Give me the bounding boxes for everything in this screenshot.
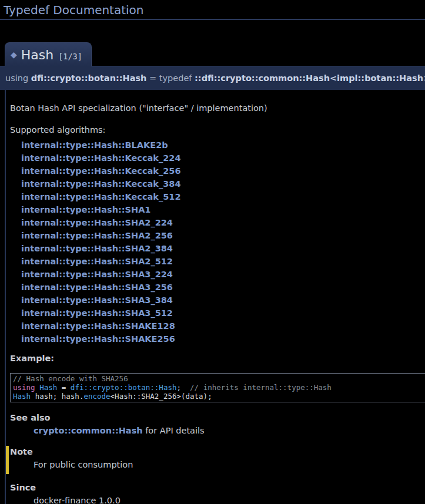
code-inline-comment: // inherits internal::type::Hash [190,383,332,392]
algorithm-link-sha1[interactable]: internal::type::Hash::SHA1 [21,203,425,216]
see-also-link[interactable]: crypto::common::Hash [34,426,143,435]
algorithm-link-keccak-384[interactable]: internal::type::Hash::Keccak_384 [21,177,425,190]
code-comment: // Hash encode with SHA256 [13,374,128,383]
see-also-heading: See also [10,413,425,422]
algorithm-link-sha3-256[interactable]: internal::type::Hash::SHA3_256 [21,281,425,294]
code-link-hash-alias[interactable]: Hash [39,383,57,392]
proto-typedef-definition: ::dfi::crypto::common::Hash<impl::botan:… [195,73,423,83]
algorithm-link-blake2b[interactable]: internal::type::Hash::BLAKE2b [21,139,425,152]
algorithm-link-sha2-512[interactable]: internal::type::Hash::SHA2_512 [21,255,425,268]
code-link-hash-type[interactable]: Hash [13,392,31,401]
note-section: Note For public consumption [6,446,425,474]
proto-using-keyword: using [5,73,31,83]
permalink-anchor-icon[interactable]: ◆ [11,50,17,59]
code-hash-decl: hash; hash. [31,392,83,401]
code-semicolon: ; [176,383,190,392]
typedef-member-hash: ◆Hash[1/3] using dfi::crypto::botan::Has… [0,20,425,504]
code-link-encode[interactable]: encode [83,392,110,401]
since-section: Since docker-finance 1.0.0 [10,483,425,504]
code-line-2: using Hash = dfi::crypto::botan::Hash; /… [13,383,425,392]
algorithm-link-keccak-224[interactable]: internal::type::Hash::Keccak_224 [21,152,425,164]
algorithm-link-sha2-256[interactable]: internal::type::Hash::SHA2_256 [21,229,425,242]
see-also-section: See also crypto::common::Hash for API de… [10,413,425,435]
code-equals: = [57,383,71,392]
algorithm-link-sha2-224[interactable]: internal::type::Hash::SHA2_224 [21,216,425,229]
algorithm-link-keccak-256[interactable]: internal::type::Hash::Keccak_256 [21,164,425,177]
proto-typedef-name: dfi::crypto::botan::Hash [31,73,147,83]
code-encode-args: <Hash::SHA2_256>(data); [111,392,212,401]
member-documentation: Botan Hash API specialization ("interfac… [5,90,425,504]
code-line-1: // Hash encode with SHA256 [13,374,425,383]
member-description: Botan Hash API specialization ("interfac… [10,103,425,113]
code-example-block: // Hash encode with SHA256 using Hash = … [10,373,425,402]
algorithm-link-sha3-384[interactable]: internal::type::Hash::SHA3_384 [21,294,425,307]
code-link-botan-hash[interactable]: dfi::crypto::botan::Hash [71,383,177,392]
note-heading: Note [10,447,425,456]
code-using-keyword: using [13,383,35,392]
since-text: docker-finance 1.0.0 [34,496,425,504]
example-heading: Example: [10,354,425,363]
code-line-3: Hash hash; hash.encode<Hash::SHA2_256>(d… [13,392,425,401]
member-tab: ◆Hash[1/3] [5,42,92,66]
algorithm-link-shake128[interactable]: internal::type::Hash::SHAKE128 [21,320,425,332]
algorithm-link-keccak-512[interactable]: internal::type::Hash::Keccak_512 [21,190,425,203]
algorithm-link-shake256[interactable]: internal::type::Hash::SHAKE256 [21,332,425,345]
algorithm-link-sha3-224[interactable]: internal::type::Hash::SHA3_224 [21,268,425,281]
page-title: Typedef Documentation [0,0,425,20]
algorithm-link-sha3-512[interactable]: internal::type::Hash::SHA3_512 [21,307,425,320]
member-name: Hash [21,48,53,62]
see-also-text: for API details [143,426,205,435]
since-heading: Since [10,483,425,492]
proto-equals-typedef: = typedef [146,73,195,83]
member-overload-badge: [1/3] [58,52,82,61]
supported-algorithms-heading: Supported algorithms: [10,125,425,135]
algorithm-link-sha2-384[interactable]: internal::type::Hash::SHA2_384 [21,242,425,255]
algorithm-list: internal::type::Hash::BLAKE2b internal::… [21,139,425,345]
member-prototype: using dfi::crypto::botan::Hash = typedef… [0,66,425,90]
see-also-content: crypto::common::Hash for API details [34,426,425,435]
note-text: For public consumption [34,460,425,469]
